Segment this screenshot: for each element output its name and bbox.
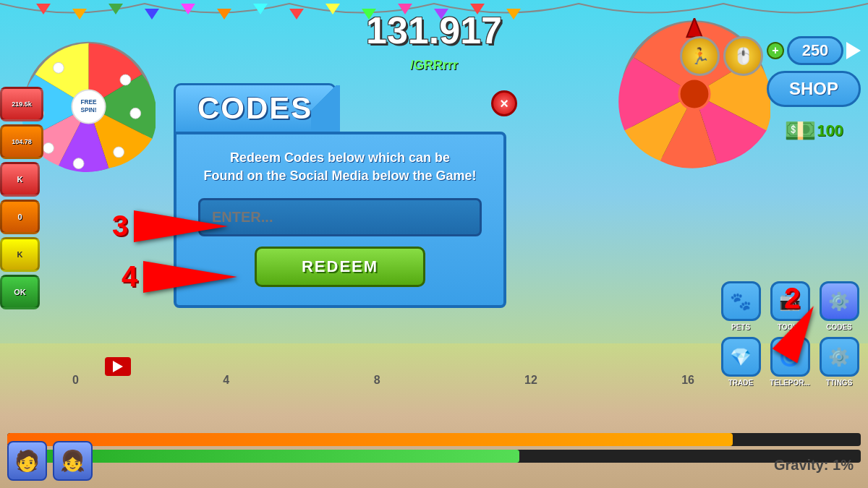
svg-point-20: [114, 147, 124, 158]
nav-pets[interactable]: 🐾 PETS: [719, 281, 762, 331]
left-button-panel: 219.5k 104.78 K 0 K OK: [0, 87, 43, 309]
close-button[interactable]: ×: [491, 90, 517, 116]
pets-label: PETS: [731, 323, 750, 331]
code-input[interactable]: [198, 198, 482, 236]
dialog-title: CODES: [174, 83, 336, 132]
trade-icon: 💎: [721, 337, 761, 377]
progress-bar-orange-container: [7, 433, 861, 446]
teleport-label: TELEPOR...: [770, 379, 810, 387]
bunting-decoration: [0, 0, 868, 29]
left-btn-green[interactable]: OK: [0, 275, 40, 309]
svg-marker-12: [470, 4, 485, 14]
codes-label: CODES: [826, 323, 852, 331]
arrow-3-number: 3: [112, 210, 128, 242]
nav-trade[interactable]: 💎 TRADE: [719, 337, 762, 387]
svg-marker-7: [289, 9, 304, 20]
settings-icon: ⚙️: [820, 337, 859, 377]
shop-button[interactable]: SHOP: [767, 71, 861, 107]
arrow-4-shape: [143, 261, 237, 293]
settings-label: TTINGS: [826, 379, 853, 387]
left-btn-k1[interactable]: K: [0, 162, 40, 197]
svg-marker-1: [72, 9, 87, 20]
svg-marker-13: [506, 9, 521, 20]
nav-codes[interactable]: ⚙️ CODES: [817, 281, 861, 331]
currency-row: + 250: [767, 36, 861, 65]
currency-display: 250: [787, 36, 843, 65]
svg-marker-4: [181, 4, 195, 14]
skill-icon-run[interactable]: 🏃: [680, 36, 720, 76]
money-display-area: 💵 100: [767, 116, 861, 146]
svg-marker-11: [434, 9, 448, 20]
left-btn-0[interactable]: 0: [0, 200, 40, 234]
svg-point-18: [120, 74, 131, 85]
currency-play-button[interactable]: [846, 42, 861, 59]
svg-point-22: [43, 142, 54, 153]
ground-num-0: 0: [72, 374, 79, 387]
svg-point-21: [73, 158, 84, 169]
username-display: /GRRrrr: [410, 58, 458, 73]
ground-numbers: 0 4 8 12 16: [72, 374, 694, 387]
progress-bars-panel: [0, 433, 868, 466]
redeem-button[interactable]: REDEEM: [255, 247, 425, 287]
player-avatar: 🧑: [7, 441, 47, 481]
svg-point-24: [53, 62, 64, 73]
other-avatar: 👧: [53, 441, 93, 481]
youtube-play-icon: [113, 361, 123, 372]
svg-text:SPIN!: SPIN!: [80, 106, 96, 114]
svg-point-26: [679, 79, 710, 109]
pets-icon: 🐾: [721, 281, 761, 321]
svg-marker-8: [326, 4, 340, 14]
svg-point-19: [130, 108, 141, 119]
arrow-3-indicator: 3: [112, 210, 228, 242]
nav-settings[interactable]: ⚙️ TTINGS: [817, 337, 861, 387]
arrow-4-indicator: 4: [122, 260, 237, 293]
avatar-area: 🧑 👧: [7, 441, 93, 481]
arrow-3-shape: [134, 210, 228, 242]
youtube-icon: [105, 357, 131, 376]
skill-icon-click[interactable]: 🖱️: [723, 36, 763, 76]
left-btn-1[interactable]: 219.5k: [0, 87, 43, 121]
skill-icons-panel: 🏃 🖱️: [680, 36, 763, 76]
currency-plus-button[interactable]: +: [767, 42, 784, 59]
left-btn-2[interactable]: 104.78: [0, 124, 43, 159]
arrow-4-number: 4: [122, 260, 137, 293]
ground-num-12: 12: [524, 374, 537, 387]
left-btn-yellow[interactable]: K: [0, 237, 40, 272]
svg-text:FREE: FREE: [80, 98, 97, 106]
svg-marker-3: [145, 9, 159, 20]
progress-bar-orange: [7, 433, 733, 446]
trade-label: TRADE: [728, 379, 753, 387]
svg-marker-9: [362, 9, 376, 20]
ground-num-8: 8: [374, 374, 380, 387]
arrow-2-indicator: 2: [778, 282, 807, 372]
svg-marker-0: [36, 4, 51, 14]
right-panel: + 250 SHOP 💵 100: [767, 36, 861, 146]
ground-num-4: 4: [223, 374, 229, 387]
dialog-description: Redeem Codes below which can be Found on…: [198, 149, 482, 185]
gravity-display: Gravity: 1%: [774, 457, 854, 474]
svg-marker-5: [217, 9, 231, 20]
progress-bar-green-container: [7, 450, 861, 463]
ground-num-16: 16: [681, 374, 694, 387]
